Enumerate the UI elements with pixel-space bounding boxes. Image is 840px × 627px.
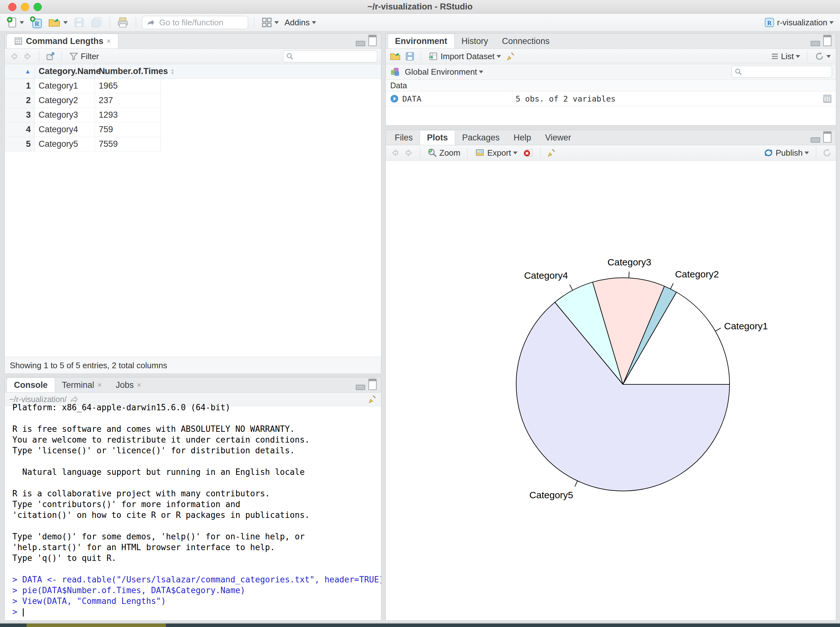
pie-slice-label: Category4 <box>524 270 568 280</box>
export-plot-button[interactable]: Export <box>473 147 518 159</box>
tab-connections[interactable]: Connections <box>495 34 556 49</box>
pie-label-tick <box>570 285 573 290</box>
tab-help[interactable]: Help <box>507 130 538 145</box>
maximize-pane-icon[interactable] <box>823 131 831 143</box>
table-cell: Category5 <box>35 137 95 151</box>
environment-search-input[interactable] <box>744 67 840 77</box>
addins-button[interactable]: Addins <box>283 16 317 29</box>
viewer-search-box[interactable] <box>283 50 377 62</box>
clear-environment-broom-icon[interactable] <box>505 51 515 61</box>
table-row[interactable]: 1Category11965 <box>5 79 381 93</box>
refresh-environment-button[interactable] <box>813 50 832 63</box>
save-workspace-icon[interactable] <box>405 51 415 61</box>
new-file-button[interactable] <box>5 15 25 30</box>
console-output-line: Platform: x86_64-apple-darwin15.6.0 (64-… <box>13 402 381 413</box>
back-icon[interactable] <box>9 52 19 61</box>
filter-button[interactable]: Filter <box>68 50 100 63</box>
tab-plots[interactable]: Plots <box>420 130 455 145</box>
tab-console[interactable]: Console <box>7 377 55 392</box>
tab-history[interactable]: History <box>455 34 495 49</box>
environment-tabstrip: Environment History Connections <box>386 33 836 49</box>
svg-text:R: R <box>767 20 772 26</box>
expand-object-icon[interactable] <box>390 94 399 104</box>
table-status-text: Showing 1 to 5 of 5 entries, 2 total col… <box>5 357 381 373</box>
close-tab-icon[interactable]: × <box>137 378 142 392</box>
minimize-pane-icon[interactable] <box>810 137 820 143</box>
save-all-icon <box>90 17 103 28</box>
sort-ascending-icon: ▲ <box>25 68 31 75</box>
refresh-caret-icon <box>826 55 831 58</box>
tab-jobs[interactable]: Jobs× <box>109 378 148 392</box>
list-view-button[interactable]: List <box>769 50 801 63</box>
tab-terminal[interactable]: Terminal× <box>55 378 109 392</box>
column-header-number-of-times[interactable]: Number.of.Times ▲▼ <box>95 64 161 79</box>
next-plot-icon[interactable] <box>404 148 414 158</box>
zoom-magnifier-icon <box>427 148 437 158</box>
environment-section-header: Data <box>386 80 836 91</box>
tab-environment[interactable]: Environment <box>388 33 455 49</box>
table-row[interactable]: 2Category2237 <box>5 93 381 108</box>
zoom-plot-button[interactable]: Zoom <box>426 147 461 159</box>
view-data-grid-icon[interactable] <box>823 94 832 104</box>
object-value: 5 obs. of 2 variables <box>512 94 823 104</box>
sort-toggle-icon: ▲▼ <box>171 68 175 75</box>
tab-viewer[interactable]: Viewer <box>538 130 578 145</box>
import-dataset-caret-icon <box>497 55 501 58</box>
maximize-pane-icon[interactable] <box>823 35 831 46</box>
console-command-line: > View(DATA, "Command Lengths") <box>13 595 381 607</box>
open-file-button[interactable] <box>47 16 69 30</box>
environment-scope-button[interactable]: Global Environment <box>404 66 485 78</box>
maximize-pane-icon[interactable] <box>368 35 377 46</box>
publish-icon <box>763 147 774 158</box>
console-pane: Console Terminal× Jobs× ~/r-visualizatio… <box>5 377 381 621</box>
close-tab-icon[interactable]: × <box>107 34 111 49</box>
goto-file-input[interactable] <box>159 17 266 28</box>
save-button[interactable] <box>72 16 86 30</box>
print-button[interactable] <box>115 16 130 30</box>
filter-label: Filter <box>81 52 99 61</box>
maximize-pane-icon[interactable] <box>368 379 377 390</box>
minimize-pane-icon[interactable] <box>356 41 365 46</box>
table-body: 1Category119652Category22373Category3129… <box>5 79 381 151</box>
console-output-line: Natural language support but running in … <box>13 466 381 477</box>
refresh-plot-icon[interactable] <box>822 148 832 158</box>
column-header-category-name[interactable]: Category.Name ▲▼ <box>35 64 95 79</box>
plot-canvas: Category1Category2Category3Category4Cate… <box>386 161 836 620</box>
goto-file-box[interactable] <box>142 16 248 29</box>
project-menu-button[interactable]: R r-visualization <box>763 16 835 30</box>
table-row[interactable]: 5Category57559 <box>5 137 381 151</box>
table-cell: 7559 <box>95 137 161 151</box>
table-cell: 1965 <box>95 79 161 93</box>
minimize-pane-icon[interactable] <box>356 385 365 390</box>
forward-icon[interactable] <box>22 52 33 61</box>
table-cell: 2 <box>5 93 35 108</box>
table-row[interactable]: 4Category4759 <box>5 123 381 137</box>
previous-plot-icon[interactable] <box>390 148 400 158</box>
table-cell: Category3 <box>35 108 95 123</box>
table-row[interactable]: 3Category31293 <box>5 108 381 123</box>
tab-command-lengths[interactable]: Command Lengths × <box>7 33 118 49</box>
search-icon <box>286 52 294 60</box>
table-cell: Category1 <box>35 79 95 93</box>
tab-packages[interactable]: Packages <box>455 130 507 145</box>
clear-plots-broom-icon[interactable] <box>546 148 556 158</box>
new-project-button[interactable]: R <box>28 15 44 30</box>
pane-layout-button[interactable] <box>260 16 280 30</box>
publish-button[interactable]: Publish <box>762 146 810 159</box>
minimize-pane-icon[interactable] <box>810 41 820 46</box>
popout-window-icon[interactable] <box>45 51 56 61</box>
console-command-line: > DATA <- read.table("/Users/lsalazar/co… <box>13 574 381 585</box>
close-tab-icon[interactable]: × <box>98 378 102 392</box>
viewer-search-input[interactable] <box>296 52 395 61</box>
tab-files[interactable]: Files <box>388 130 420 145</box>
load-workspace-icon[interactable] <box>390 51 402 61</box>
save-all-button[interactable] <box>89 16 104 30</box>
table-cell: Category4 <box>35 123 95 137</box>
console-output[interactable]: Platform: x86_64-apple-darwin15.6.0 (64-… <box>5 402 381 620</box>
environment-search-box[interactable] <box>731 66 832 78</box>
pie-chart: Category1Category2Category3Category4Cate… <box>386 161 836 620</box>
import-dataset-button[interactable]: Import Dataset <box>427 50 502 63</box>
environment-object-row[interactable]: DATA 5 obs. of 2 variables <box>386 91 836 106</box>
row-number-header[interactable]: ▲ <box>5 64 35 79</box>
remove-plot-button[interactable] <box>522 147 535 159</box>
